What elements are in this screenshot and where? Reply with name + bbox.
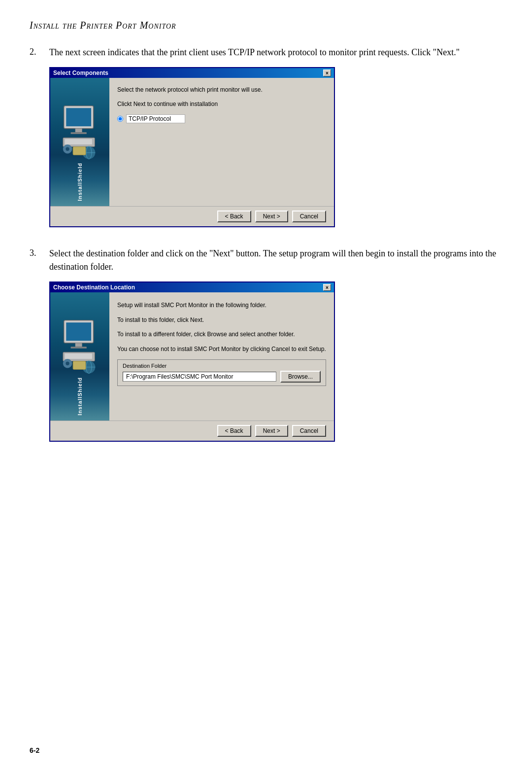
dialog2-footer: < Back Next > Cancel xyxy=(50,421,334,441)
browse-button[interactable]: Browse... xyxy=(280,371,321,383)
dialog1-title: Select Components xyxy=(53,70,108,76)
svg-rect-2 xyxy=(75,129,82,132)
dialog1-footer: < Back Next > Cancel xyxy=(50,206,334,226)
dialog1-close-button[interactable]: × xyxy=(323,70,331,76)
step-3-text: Select the destination folder and click … xyxy=(49,247,502,274)
dialog2-back-button[interactable]: < Back xyxy=(217,425,251,437)
svg-rect-1 xyxy=(66,108,91,126)
step-3-number: 3. xyxy=(30,248,49,258)
svg-rect-23 xyxy=(73,361,86,370)
svg-rect-5 xyxy=(65,139,92,144)
dialog1-sidebar: InstallShield xyxy=(50,78,109,206)
dialog2-line1: Setup will install SMC Port Monitor in t… xyxy=(117,300,326,311)
dialog2-sidebar-label: InstallShield xyxy=(77,377,83,416)
dialog1-radio-label: TCP/IP Protocol xyxy=(126,114,185,123)
dialog1-sidebar-label: InstallShield xyxy=(77,163,83,201)
dialog2-body: InstallShield Setup will install SMC Por… xyxy=(50,292,334,421)
dest-folder-label: Destination Folder xyxy=(123,363,321,369)
dest-folder-path: F:\Program Files\SMC\SMC Port Monitor xyxy=(123,372,276,382)
choose-destination-dialog: Choose Destination Location × xyxy=(49,281,335,442)
destination-folder-group: Destination Folder F:\Program Files\SMC\… xyxy=(117,359,326,386)
dialog1-body: InstallShield Select the network protoco… xyxy=(50,78,334,206)
dialog2-main: Setup will install SMC Port Monitor in t… xyxy=(109,292,334,421)
dialog2-sidebar: InstallShield xyxy=(50,292,109,421)
svg-rect-3 xyxy=(71,132,87,134)
svg-point-7 xyxy=(66,147,69,151)
dialog2-title: Choose Destination Location xyxy=(53,284,135,291)
svg-rect-14 xyxy=(75,343,82,347)
svg-rect-13 xyxy=(66,322,91,341)
dialog2-line3: To install to a different folder, click … xyxy=(117,329,326,340)
svg-rect-17 xyxy=(65,353,92,359)
dialog1-main: Select the network protocol which print … xyxy=(109,78,334,206)
step-2: 2. The next screen indicates that the pr… xyxy=(30,46,502,227)
dest-folder-row: F:\Program Files\SMC\SMC Port Monitor Br… xyxy=(123,371,321,383)
dialog2-line2: To install to this folder, click Next. xyxy=(117,315,326,326)
step-2-text: The next screen indicates that the print… xyxy=(49,46,502,59)
dialog1-titlebar: Select Components × xyxy=(50,68,334,78)
computer-illustration-2 xyxy=(58,318,102,377)
svg-rect-15 xyxy=(71,347,87,349)
dialog2-titlebar: Choose Destination Location × xyxy=(50,282,334,292)
dialog2-close-button[interactable]: × xyxy=(323,284,331,291)
dialog1-next-button[interactable]: Next > xyxy=(255,211,288,222)
dialog1-cancel-button[interactable]: Cancel xyxy=(292,211,326,222)
select-components-dialog: Select Components × xyxy=(49,67,335,227)
dialog2-line4: You can choose not to install SMC Port M… xyxy=(117,344,326,355)
dialog1-desc1: Select the network protocol which print … xyxy=(117,86,326,94)
page-number: 6-2 xyxy=(30,746,39,754)
svg-rect-11 xyxy=(73,147,86,155)
dialog2-cancel-button[interactable]: Cancel xyxy=(292,425,326,437)
dialog1-back-button[interactable]: < Back xyxy=(217,211,251,222)
svg-point-19 xyxy=(66,362,69,365)
dialog1-desc2: Clickt Next to continue with installatio… xyxy=(117,100,326,108)
tcpip-radio[interactable] xyxy=(117,116,123,122)
dialog2-next-button[interactable]: Next > xyxy=(255,425,288,437)
step-2-number: 2. xyxy=(30,47,49,57)
step-2-content: The next screen indicates that the print… xyxy=(49,46,502,227)
dialog1-radio-row: TCP/IP Protocol xyxy=(117,114,326,123)
computer-illustration-1 xyxy=(58,104,102,163)
page-title: Install the Printer Port Monitor xyxy=(30,20,502,31)
step-3: 3. Select the destination folder and cli… xyxy=(30,247,502,442)
step-3-content: Select the destination folder and click … xyxy=(49,247,502,442)
